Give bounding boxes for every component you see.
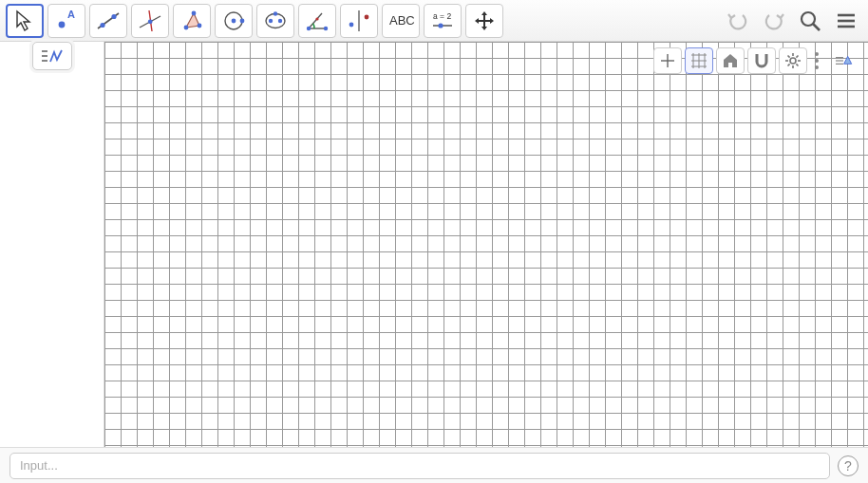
snap-button[interactable] (747, 47, 776, 74)
svg-point-31 (802, 12, 815, 26)
svg-point-22 (307, 26, 311, 29)
undo-button[interactable] (722, 5, 754, 37)
reflect-tool[interactable] (340, 4, 378, 38)
svg-line-52 (788, 56, 790, 58)
graphics-controls (651, 46, 862, 76)
svg-text:ABC: ABC (389, 13, 415, 28)
algebra-view-toggle[interactable] (32, 42, 72, 70)
line-tool[interactable] (89, 4, 127, 38)
graphics-view[interactable] (104, 42, 868, 447)
input-bar: ? (0, 447, 868, 483)
svg-point-25 (349, 22, 354, 27)
svg-point-9 (184, 25, 189, 29)
svg-marker-59 (844, 56, 852, 64)
svg-point-4 (111, 13, 116, 18)
svg-point-10 (198, 23, 202, 28)
style-bar-toggle[interactable] (826, 47, 860, 74)
algebra-view[interactable] (0, 42, 104, 447)
polygon-tool[interactable] (173, 4, 211, 38)
svg-text:A: A (67, 9, 75, 20)
svg-point-47 (790, 58, 796, 64)
help-button[interactable]: ? (838, 455, 859, 476)
grid-toggle[interactable] (685, 47, 713, 74)
text-tool[interactable]: ABC (382, 4, 420, 38)
svg-point-23 (324, 26, 328, 29)
ellipse-tool[interactable] (256, 4, 294, 38)
svg-point-3 (100, 22, 104, 27)
point-tool[interactable]: A (47, 4, 85, 38)
svg-line-55 (796, 56, 798, 58)
app-root: A ABC a = 2 (0, 0, 868, 483)
menu-button[interactable] (830, 5, 862, 37)
svg-point-7 (148, 19, 153, 24)
svg-point-26 (365, 14, 369, 19)
svg-line-20 (309, 13, 322, 28)
more-button[interactable] (810, 52, 823, 69)
svg-point-17 (278, 18, 282, 22)
move-tool[interactable] (6, 4, 44, 38)
svg-line-32 (813, 24, 820, 30)
search-button[interactable] (794, 5, 826, 37)
angle-tool[interactable] (298, 4, 336, 38)
settings-button[interactable] (779, 47, 807, 74)
svg-line-53 (796, 64, 798, 65)
svg-point-14 (240, 18, 245, 23)
main-toolbar: A ABC a = 2 (0, 0, 868, 42)
svg-text:a = 2: a = 2 (433, 11, 451, 21)
redo-button[interactable] (758, 5, 790, 37)
svg-point-30 (438, 23, 443, 28)
move-graphics-tool[interactable] (465, 4, 503, 38)
slider-tool[interactable]: a = 2 (424, 4, 462, 38)
input-field[interactable] (9, 453, 830, 479)
svg-point-16 (269, 18, 273, 22)
svg-line-54 (788, 64, 790, 65)
svg-point-13 (232, 18, 236, 23)
axes-toggle[interactable] (653, 47, 682, 74)
svg-point-11 (192, 10, 197, 15)
svg-point-18 (274, 11, 277, 15)
svg-point-1 (59, 21, 66, 28)
circle-tool[interactable] (215, 4, 253, 38)
perpendicular-line-tool[interactable] (131, 4, 169, 38)
svg-point-21 (315, 17, 318, 20)
main-area (0, 42, 868, 447)
home-button[interactable] (716, 47, 745, 74)
